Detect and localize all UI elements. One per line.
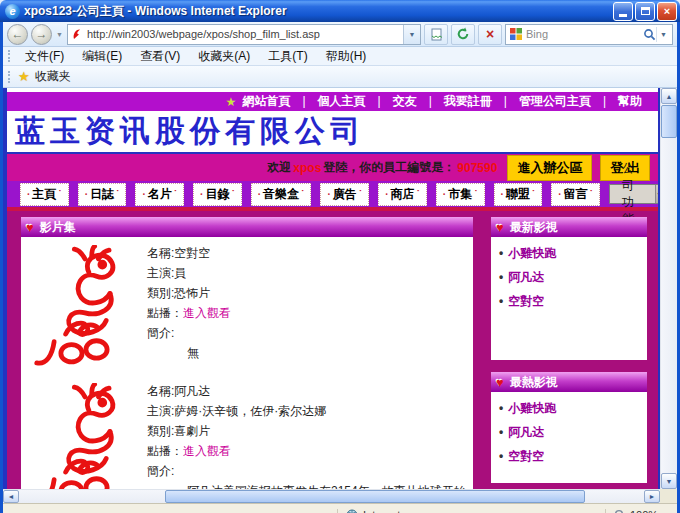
minimize-button[interactable] <box>613 2 633 21</box>
toolbar-shop-button[interactable]: 商店 <box>378 183 427 206</box>
toolbar-message-button[interactable]: 留言 <box>551 183 600 206</box>
scroll-right-icon[interactable]: ► <box>644 490 660 503</box>
zoom-level[interactable]: 100% <box>630 509 658 513</box>
search-input[interactable]: Bing <box>526 28 643 40</box>
sidebar-film-list: •小雞快跑 •阿凡达 •空對空 <box>491 237 647 360</box>
search-dropdown-icon[interactable]: ▼ <box>656 27 670 42</box>
sidebar-section-header: ♥ 最新影視 <box>491 217 647 237</box>
window-title: xpos123-公司主頁 - Windows Internet Explorer <box>24 3 611 20</box>
sidebar-film-link[interactable]: 空對空 <box>508 294 544 308</box>
nav-link-help[interactable]: 幫助 <box>591 93 642 110</box>
sidebar-film-list: •小雞快跑 •阿凡达 •空對空 <box>491 392 647 483</box>
menu-help[interactable]: 帮助(H) <box>317 47 376 65</box>
nav-link-register[interactable]: 我要註冊 <box>417 93 492 110</box>
latest-films-box: ♥ 最新影視 •小雞快跑 •阿凡达 •空對空 <box>491 217 647 360</box>
sidebar-film-link[interactable]: 阿凡达 <box>508 270 544 284</box>
sidebar-film-link[interactable]: 小雞快跑 <box>508 246 556 260</box>
film-name: 阿凡达 <box>174 384 210 398</box>
forward-button[interactable]: → <box>31 24 52 45</box>
heart-icon: ♥ <box>496 375 504 390</box>
browser-window: e xpos123-公司主頁 - Windows Internet Explor… <box>0 0 680 513</box>
watch-link[interactable]: 進入觀看 <box>183 306 231 320</box>
window-border-left <box>0 22 3 513</box>
status-zone-label: Internet <box>363 509 400 513</box>
nav-link-home[interactable]: 網站首頁 <box>242 93 290 110</box>
toolbar-card-button[interactable]: 名片 <box>135 183 184 206</box>
favorites-button[interactable]: 收藏夹 <box>35 68 71 85</box>
list-item: •小雞快跑 <box>499 245 643 262</box>
toolbar-ads-button[interactable]: 廣告 <box>320 183 369 206</box>
vertical-scrollbar[interactable]: ▲ ▼ <box>660 88 677 489</box>
sidebar-film-link[interactable]: 空對空 <box>508 449 544 463</box>
refresh-icon <box>456 27 470 41</box>
address-bar[interactable]: http://win2003/webpage/xpos/shop_film_li… <box>67 24 421 45</box>
horizontal-scrollbar-thumb[interactable] <box>165 490 585 503</box>
maximize-button[interactable] <box>635 2 655 21</box>
list-item: •阿凡达 <box>499 269 643 286</box>
refresh-button[interactable] <box>451 24 475 45</box>
menu-edit[interactable]: 编辑(E) <box>73 47 131 65</box>
nav-link-friends[interactable]: 交友 <box>366 93 417 110</box>
scroll-left-icon[interactable]: ◄ <box>3 490 19 503</box>
menu-favorites[interactable]: 收藏夹(A) <box>189 47 259 65</box>
masthead: 蓝玉资讯股份有限公司 <box>7 111 658 154</box>
bing-logo-icon <box>510 28 522 40</box>
bullet-icon: • <box>499 425 503 439</box>
heart-icon: ♥ <box>496 220 504 235</box>
menu-view[interactable]: 查看(V) <box>131 47 189 65</box>
list-item: •阿凡达 <box>499 424 643 441</box>
welcome-bar: 欢迎 xpos 登陸，你的員工編號是： 907590 進入辦公區 登 出 <box>7 154 658 181</box>
address-url[interactable]: http://win2003/webpage/xpos/shop_film_li… <box>87 28 403 40</box>
search-box[interactable]: Bing ▼ <box>505 24 673 45</box>
welcome-username: xpos <box>293 161 321 175</box>
employee-number: 907590 <box>457 161 497 175</box>
close-button[interactable]: × <box>657 2 677 21</box>
status-separator <box>605 509 606 513</box>
scroll-down-icon[interactable]: ▼ <box>661 473 677 489</box>
nav-link-manage[interactable]: 管理公司主頁 <box>492 93 591 110</box>
search-magnifier-icon[interactable] <box>643 28 656 41</box>
list-item: •小雞快跑 <box>499 400 643 417</box>
enter-office-button[interactable]: 進入辦公區 <box>507 155 592 181</box>
back-button[interactable]: ← <box>7 24 28 45</box>
address-dropdown-icon[interactable]: ▼ <box>403 25 420 44</box>
nav-link-personal[interactable]: 個人主頁 <box>290 93 365 110</box>
ie-logo-icon: e <box>5 4 20 19</box>
sidebar-section-title: 最新影視 <box>510 219 558 236</box>
film-actors: 員 <box>174 266 186 280</box>
film-name: 空對空 <box>174 246 210 260</box>
vertical-scrollbar-thumb[interactable] <box>661 105 677 138</box>
site-toolbar: 主頁 日誌 名片 目錄 音樂盒 廣告 商店 市集 聯盟 留言 公司功能 ▼ ▸未… <box>7 181 658 207</box>
status-row: Internet 100% ▼ <box>3 504 677 513</box>
toolbar-blog-button[interactable]: 日誌 <box>78 183 127 206</box>
sidebar: ♥ 最新影視 •小雞快跑 •阿凡达 •空對空 ♥ 最熱影視 <box>491 217 647 489</box>
toolbar-directory-button[interactable]: 目錄 <box>193 183 242 206</box>
film-category: 喜劇片 <box>174 424 210 438</box>
film-intro: 無 <box>187 347 231 360</box>
menu-file[interactable]: 文件(F) <box>16 47 73 65</box>
list-item: •空對空 <box>499 293 643 310</box>
sidebar-film-link[interactable]: 阿凡达 <box>508 425 544 439</box>
company-function-select[interactable]: 公司功能 ▼ <box>609 184 660 204</box>
bird-illustration <box>31 245 137 371</box>
scrollbar-corner <box>660 489 677 503</box>
watch-link[interactable]: 進入觀看 <box>183 444 231 458</box>
horizontal-scrollbar[interactable]: ◄ ► <box>3 489 660 503</box>
menu-tools[interactable]: 工具(T) <box>259 47 316 65</box>
film-category-label: 類別: <box>147 286 174 300</box>
film-panel: ♥ 影片集 <box>21 217 473 489</box>
film-list: 名稱:空對空 主演:員 類別:恐怖片 點播：進入觀看 簡介: 無 <box>21 237 473 489</box>
toolbar-alliance-button[interactable]: 聯盟 <box>494 183 543 206</box>
bullet-icon: • <box>499 270 503 284</box>
history-dropdown-icon[interactable]: ▼ <box>55 31 64 38</box>
stop-icon: × <box>486 27 494 41</box>
sidebar-film-link[interactable]: 小雞快跑 <box>508 401 556 415</box>
toolbar-market-button[interactable]: 市集 <box>436 183 485 206</box>
compatibility-view-button[interactable] <box>424 24 448 45</box>
stop-button[interactable]: × <box>478 24 502 45</box>
bullet-icon: • <box>499 246 503 260</box>
main-content: ♥ 影片集 <box>7 211 658 489</box>
toolbar-musicbox-button[interactable]: 音樂盒 <box>251 183 312 206</box>
toolbar-home-button[interactable]: 主頁 <box>20 183 69 206</box>
scroll-up-icon[interactable]: ▲ <box>661 88 677 104</box>
